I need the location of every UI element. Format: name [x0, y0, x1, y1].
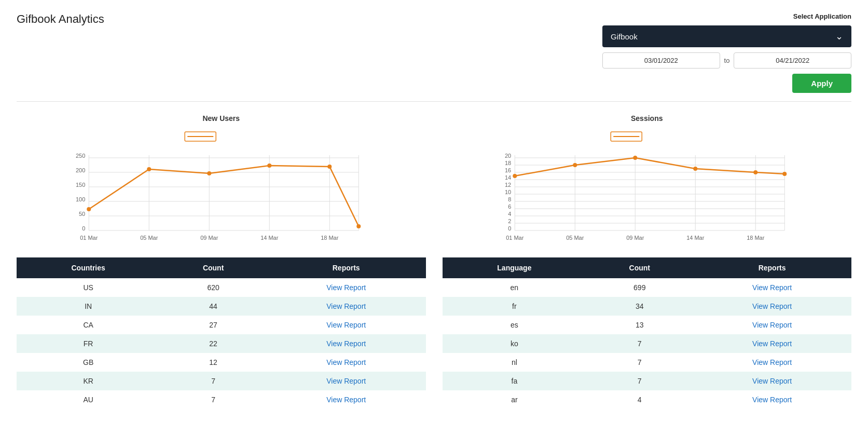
report-cell: View Report — [267, 353, 426, 372]
svg-point-25 — [87, 207, 91, 211]
tables-row: Countries Count Reports US 620 View Repo… — [17, 257, 851, 409]
svg-text:2: 2 — [508, 218, 511, 224]
count-cell: 34 — [586, 297, 693, 316]
svg-text:6: 6 — [508, 203, 511, 210]
svg-point-71 — [782, 172, 787, 176]
count-cell: 7 — [586, 353, 693, 372]
table-row: IN 44 View Report — [17, 297, 426, 316]
table-row: ar 4 View Report — [443, 390, 852, 409]
view-report-link[interactable]: View Report — [326, 358, 366, 366]
language-cell: es — [443, 316, 587, 334]
country-cell: US — [17, 278, 160, 297]
app-select-value: Gifbook — [611, 32, 638, 41]
language-cell: fa — [443, 372, 587, 390]
svg-text:100: 100 — [76, 196, 85, 202]
page-title: Gifbook Analytics — [17, 12, 104, 26]
svg-text:18 Mar: 18 Mar — [321, 235, 339, 241]
country-cell: IN — [17, 297, 160, 316]
date-to-input[interactable] — [734, 52, 851, 69]
date-from-input[interactable] — [602, 52, 720, 69]
svg-text:4: 4 — [508, 211, 511, 217]
language-table: Language Count Reports en 699 View Repor… — [443, 257, 852, 409]
svg-text:18 Mar: 18 Mar — [747, 235, 765, 241]
countries-table: Countries Count Reports US 620 View Repo… — [17, 257, 426, 409]
countries-reports-header: Reports — [267, 257, 426, 278]
sessions-chart-container: Sessions 0 2 4 6 8 10 12 14 16 18 20 — [443, 114, 852, 241]
sessions-chart-area: 0 2 4 6 8 10 12 14 16 18 20 — [443, 127, 852, 241]
table-row: en 699 View Report — [443, 278, 852, 297]
count-cell: 22 — [160, 334, 267, 353]
report-cell: View Report — [267, 390, 426, 409]
svg-text:16: 16 — [505, 167, 511, 173]
select-app-label: Select Application — [793, 12, 851, 20]
svg-point-68 — [633, 156, 637, 160]
language-reports-header: Reports — [693, 257, 851, 278]
header: Gifbook Analytics Select Application Gif… — [17, 12, 851, 93]
view-report-link[interactable]: View Report — [752, 396, 792, 404]
table-row: AU 7 View Report — [17, 390, 426, 409]
new-users-svg: 0 50 100 150 200 250 — [17, 127, 426, 241]
svg-text:0: 0 — [82, 225, 85, 232]
svg-text:05 Mar: 05 Mar — [566, 235, 584, 241]
count-cell: 27 — [160, 316, 267, 334]
count-cell: 7 — [586, 372, 693, 390]
report-cell: View Report — [693, 278, 851, 297]
countries-table-body: US 620 View Report IN 44 View Report CA … — [17, 278, 426, 409]
count-cell: 7 — [586, 334, 693, 353]
table-row: nl 7 View Report — [443, 353, 852, 372]
svg-point-29 — [327, 165, 332, 169]
count-cell: 13 — [586, 316, 693, 334]
report-cell: View Report — [693, 372, 851, 390]
count-cell: 7 — [160, 390, 267, 409]
language-cell: fr — [443, 297, 587, 316]
countries-table-header: Countries Count Reports — [17, 257, 426, 278]
charts-row: New Users 0 50 100 150 200 250 — [17, 114, 851, 241]
view-report-link[interactable]: View Report — [752, 321, 792, 329]
svg-text:150: 150 — [76, 182, 85, 188]
countries-count-header: Count — [160, 257, 267, 278]
section-divider — [17, 101, 851, 102]
language-cell: en — [443, 278, 587, 297]
view-report-link[interactable]: View Report — [752, 339, 792, 348]
language-cell: nl — [443, 353, 587, 372]
country-cell: CA — [17, 316, 160, 334]
table-row: ko 7 View Report — [443, 334, 852, 353]
controls-panel: Select Application Gifbook ⌄ to Apply — [602, 12, 851, 93]
new-users-chart-title: New Users — [17, 114, 426, 122]
svg-text:12: 12 — [505, 182, 511, 188]
view-report-link[interactable]: View Report — [326, 283, 366, 292]
report-cell: View Report — [267, 278, 426, 297]
svg-point-28 — [267, 164, 271, 168]
svg-text:8: 8 — [508, 196, 511, 202]
language-cell: ko — [443, 334, 587, 353]
language-table-container: Language Count Reports en 699 View Repor… — [443, 257, 852, 409]
count-cell: 44 — [160, 297, 267, 316]
svg-point-30 — [356, 224, 361, 228]
svg-text:18: 18 — [505, 160, 511, 166]
view-report-link[interactable]: View Report — [326, 321, 366, 329]
svg-point-70 — [753, 170, 757, 174]
svg-text:14 Mar: 14 Mar — [686, 235, 705, 241]
report-cell: View Report — [693, 316, 851, 334]
view-report-link[interactable]: View Report — [326, 377, 366, 385]
report-cell: View Report — [267, 297, 426, 316]
table-row: US 620 View Report — [17, 278, 426, 297]
apply-button[interactable]: Apply — [792, 74, 851, 93]
svg-point-26 — [147, 167, 151, 171]
view-report-link[interactable]: View Report — [752, 358, 792, 366]
report-cell: View Report — [267, 316, 426, 334]
view-report-link[interactable]: View Report — [326, 302, 366, 310]
view-report-link[interactable]: View Report — [752, 302, 792, 310]
country-cell: GB — [17, 353, 160, 372]
svg-text:14 Mar: 14 Mar — [260, 235, 279, 241]
app-select-dropdown[interactable]: Gifbook ⌄ — [602, 25, 851, 47]
countries-table-container: Countries Count Reports US 620 View Repo… — [17, 257, 426, 409]
view-report-link[interactable]: View Report — [326, 339, 366, 348]
view-report-link[interactable]: View Report — [326, 396, 366, 404]
view-report-link[interactable]: View Report — [752, 377, 792, 385]
view-report-link[interactable]: View Report — [752, 283, 792, 292]
svg-text:09 Mar: 09 Mar — [626, 235, 644, 241]
svg-text:01 Mar: 01 Mar — [506, 235, 524, 241]
language-cell: ar — [443, 390, 587, 409]
svg-point-67 — [573, 163, 577, 167]
